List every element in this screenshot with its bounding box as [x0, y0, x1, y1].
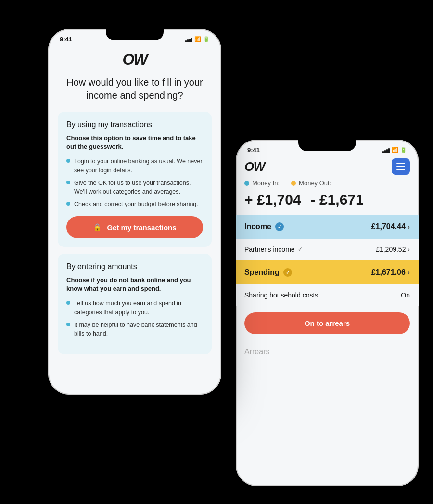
option2-title: By entering amounts [66, 262, 203, 271]
money-out-label: Money Out: [291, 180, 331, 187]
bullet-dot-icon [66, 323, 70, 326]
hamburger-line [396, 169, 405, 170]
option1-title: By using my transactions [66, 120, 203, 129]
option-transactions-card: By using my transactions Choose this opt… [58, 112, 212, 247]
money-in-dot [244, 181, 249, 186]
money-labels: Money In: Money Out: [236, 180, 419, 190]
bullet-dot-icon [66, 301, 70, 305]
phone1-content: OW How would you like to fill in your in… [48, 43, 221, 371]
amount-out: - £1,671 [311, 192, 364, 208]
amount-in: + £1,704 [244, 192, 301, 208]
signal-icon [185, 37, 192, 42]
wifi-icon: 📶 [194, 36, 201, 42]
income-section: Income ✓ £1,704.44 › [236, 215, 419, 239]
list-item: Check and correct your budget before sha… [66, 200, 203, 208]
wifi-icon: 📶 [392, 147, 398, 153]
income-row[interactable]: Income ✓ £1,704.44 › [244, 222, 410, 231]
phone2-status-icons: 📶 🔋 [382, 147, 407, 153]
spending-label: Spending [244, 268, 280, 277]
list-item: It may be helpful to have bank statement… [66, 321, 203, 338]
income-amount: £1,704.44 › [371, 222, 410, 231]
sharing-label: Sharing household costs [244, 291, 318, 299]
hamburger-line [396, 166, 405, 167]
money-in-label: Money In: [244, 180, 280, 187]
sharing-status: On [401, 291, 410, 299]
spending-section: Spending ✓ £1,671.06 › [236, 260, 419, 284]
chevron-right-icon: › [408, 246, 410, 253]
battery-icon: 🔋 [400, 147, 407, 153]
phone1-notch [106, 29, 164, 40]
option1-subtitle: Choose this option to save time and to t… [66, 134, 203, 151]
option-amounts-card: By entering amounts Choose if you do not… [58, 254, 212, 354]
list-item: Tell us how much you earn and spend in c… [66, 299, 203, 316]
option1-bullet-list: Login to your online banking as usual. W… [66, 157, 203, 208]
partner-amount: £1,209.52 › [376, 246, 410, 253]
menu-button[interactable] [392, 158, 410, 175]
sharing-household-row[interactable]: Sharing household costs On [236, 284, 419, 306]
app-logo: OW [58, 51, 212, 68]
check-small-icon: ✓ [298, 246, 303, 253]
phone2-notch [298, 140, 356, 151]
income-left: Income ✓ [244, 222, 284, 231]
phone2-header: OW [236, 154, 419, 180]
spending-left: Spending ✓ [244, 268, 292, 277]
check-icon-yellow: ✓ [283, 268, 292, 277]
bullet-dot-icon [66, 181, 70, 184]
bullet-dot-icon [66, 202, 70, 206]
partner-label: Partner's income [244, 246, 295, 253]
list-item: Give the OK for us to use your transacti… [66, 179, 203, 196]
list-item: Login to your online banking as usual. W… [66, 157, 203, 174]
on-to-arrears-button[interactable]: On to arrears [244, 312, 410, 334]
battery-icon: 🔋 [203, 36, 210, 42]
app-logo2: OW [244, 159, 265, 174]
signal-icon [382, 147, 390, 153]
arrears-label: Arrears [236, 341, 419, 363]
phone2: 9:41 📶 🔋 OW Money In: Money Out: [236, 140, 419, 486]
phone1-status-icons: 📶 🔋 [185, 36, 210, 42]
partner-label-group: Partner's income ✓ [244, 246, 303, 253]
option2-subtitle: Choose if you do not bank online and you… [66, 276, 203, 293]
chevron-right-icon: › [408, 223, 410, 231]
spending-row[interactable]: Spending ✓ £1,671.06 › [244, 268, 410, 277]
partner-income-row[interactable]: Partner's income ✓ £1,209.52 › [236, 239, 419, 260]
option2-bullet-list: Tell us how much you earn and spend in c… [66, 299, 203, 338]
phone1-time: 9:41 [60, 36, 72, 43]
money-amounts: + £1,704 - £1,671 [236, 190, 419, 215]
money-out-dot [291, 181, 296, 186]
page-title: How would you like to fill in your incom… [58, 76, 212, 102]
hamburger-line [396, 163, 405, 164]
phone1: 9:41 📶 🔋 OW How would you like to fill i… [48, 29, 221, 395]
check-icon: ✓ [275, 222, 284, 231]
chevron-right-icon: › [408, 269, 410, 276]
spending-amount: £1,671.06 › [371, 268, 410, 277]
phone2-time: 9:41 [247, 146, 260, 154]
lock-icon: 🔒 [93, 223, 102, 232]
income-label: Income [244, 222, 271, 231]
bullet-dot-icon [66, 159, 70, 163]
get-transactions-button[interactable]: 🔒 Get my transactions [66, 216, 203, 238]
